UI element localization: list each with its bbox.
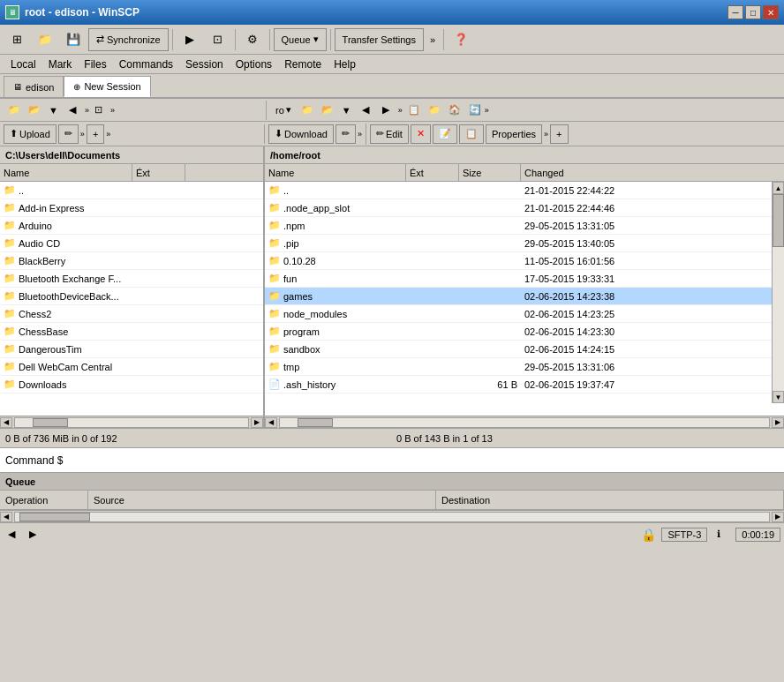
synchronize-button[interactable]: ⇄ Synchronize <box>88 28 169 51</box>
upload-button[interactable]: ⬆ Upload <box>4 124 57 144</box>
upload-more-button[interactable]: ✏ <box>58 124 79 144</box>
right-file-list[interactable]: ▲ ▼ 📁 .. 21-01-2015 22:44:22 📁 .node_app… <box>265 182 784 416</box>
right-col-size[interactable]: Size <box>459 164 521 181</box>
left-file-row[interactable]: 📁 Downloads <box>0 376 263 393</box>
right-scroll-v[interactable]: ▲ ▼ <box>772 182 784 403</box>
queue-col-source[interactable]: Source <box>88 491 436 509</box>
bottom-scroll-right[interactable]: ▶ <box>772 512 784 522</box>
right-scroll-down[interactable]: ▼ <box>773 391 784 403</box>
queue-col-operation[interactable]: Operation <box>0 491 88 509</box>
left-scroll-thumb[interactable] <box>33 418 68 427</box>
left-nav-btn2[interactable]: ⊡ <box>90 101 109 120</box>
right-file-row[interactable]: 📁 program 02-06-2015 14:23:30 <box>265 323 784 341</box>
rename-button[interactable]: 📝 <box>433 124 457 144</box>
right-file-row[interactable]: 📄 .ash_history 61 B 02-06-2015 19:37:47 <box>265 376 784 393</box>
save-button[interactable]: 💾 <box>60 27 87 52</box>
left-col-name[interactable]: Name <box>0 164 132 181</box>
right-path-btn[interactable]: ro ▾ <box>271 101 296 120</box>
menu-session[interactable]: Session <box>180 57 229 71</box>
right-filter-btn[interactable]: ▼ <box>337 101 357 120</box>
left-file-row[interactable]: 📁 Dell WebCam Central <box>0 358 263 376</box>
left-folder-icon[interactable]: 📁 <box>4 101 23 120</box>
minimize-button[interactable]: ─ <box>727 5 743 19</box>
left-file-row[interactable]: 📁 Add-in Express <box>0 199 263 217</box>
queue-button[interactable]: Queue ▾ <box>274 28 327 51</box>
left-scroll-h[interactable]: ◀ ▶ <box>0 416 263 428</box>
right-reload-btn[interactable]: 🔄 <box>464 101 484 120</box>
left-file-row[interactable]: 📁 BlackBerry <box>0 252 263 270</box>
bottom-btn2[interactable]: ▶ <box>25 526 42 543</box>
transfer-settings-button[interactable]: Transfer Settings <box>335 28 424 51</box>
right-back-btn[interactable]: ◀ <box>358 101 377 120</box>
right-scroll-up[interactable]: ▲ <box>773 182 784 194</box>
cmd-button[interactable]: ⊡ <box>205 27 231 52</box>
right-file-row[interactable]: 📁 node_modules 02-06-2015 14:23:25 <box>265 305 784 323</box>
right-file-row[interactable]: 📁 sandbox 02-06-2015 14:24:15 <box>265 341 784 358</box>
new-tab-button[interactable]: ⊞ <box>4 27 30 52</box>
left-scroll-left[interactable]: ◀ <box>0 417 12 428</box>
menu-options[interactable]: Options <box>230 57 277 71</box>
right-file-row[interactable]: 📁 .pip 29-05-2015 13:40:05 <box>265 235 784 252</box>
left-scroll-right[interactable]: ▶ <box>251 417 263 428</box>
right-forward-btn[interactable]: ▶ <box>378 101 397 120</box>
tab-new-session[interactable]: ⊕ New Session <box>64 76 150 97</box>
menu-commands[interactable]: Commands <box>114 57 178 71</box>
right-file-row[interactable]: 📁 0.10.28 11-05-2015 16:01:56 <box>265 252 784 270</box>
right-col-changed[interactable]: Changed <box>521 164 784 181</box>
open-button[interactable]: 📁 <box>32 27 58 52</box>
maximize-button[interactable]: □ <box>745 5 761 19</box>
left-file-row[interactable]: 📁 Chess2 <box>0 305 263 323</box>
left-nav-btn1[interactable]: 📂 <box>24 101 43 120</box>
right-scroll-middle[interactable] <box>773 194 784 391</box>
left-file-row[interactable]: 📁 Bluetooth Exchange F... <box>0 270 263 288</box>
left-scroll-track[interactable] <box>14 417 249 428</box>
right-scroll-right[interactable]: ▶ <box>772 417 784 428</box>
right-folder-icon[interactable]: 📁 <box>297 101 316 120</box>
right-file-row[interactable]: 📁 games 02-06-2015 14:23:38 <box>265 288 784 305</box>
right-scroll-track[interactable] <box>279 417 770 428</box>
right-nav-btn2[interactable]: 📋 <box>403 101 423 120</box>
delete-button[interactable]: ✕ <box>411 124 431 144</box>
right-file-row[interactable]: 📁 .. 21-01-2015 22:44:22 <box>265 182 784 199</box>
right-scroll-left[interactable]: ◀ <box>265 417 277 428</box>
right-nav-btn1[interactable]: 📂 <box>317 101 336 120</box>
left-file-row[interactable]: 📁 Audio CD <box>0 235 263 252</box>
properties-button[interactable]: Properties <box>486 124 542 144</box>
menu-help[interactable]: Help <box>328 57 361 71</box>
bottom-scroll-thumb[interactable] <box>19 513 90 521</box>
right-col-name[interactable]: Name <box>265 164 406 181</box>
menu-mark[interactable]: Mark <box>43 57 78 71</box>
tab-edison[interactable]: 🖥 edison <box>4 76 64 97</box>
left-back-btn[interactable]: ◀ <box>64 101 84 120</box>
command-input[interactable] <box>66 454 779 467</box>
bottom-scroll-track[interactable] <box>14 512 770 522</box>
command-bar[interactable]: Command $ <box>0 448 784 473</box>
copy-button[interactable]: 📋 <box>459 124 484 144</box>
left-file-list[interactable]: 📁 .. 📁 Add-in Express 📁 Arduino 📁 Audio … <box>0 182 263 416</box>
add-right-button[interactable]: + <box>550 124 568 144</box>
terminal-button[interactable]: ▶ <box>177 27 203 52</box>
right-file-row[interactable]: 📁 .npm 29-05-2015 13:31:05 <box>265 217 784 235</box>
edit-button[interactable]: ✏ Edit <box>370 124 409 144</box>
right-file-row[interactable]: 📁 tmp 29-05-2015 13:31:06 <box>265 358 784 376</box>
right-scroll-thumb[interactable] <box>298 418 333 427</box>
download-extra-button[interactable]: ✏ <box>335 124 356 144</box>
right-home-btn[interactable]: 🏠 <box>444 101 464 120</box>
right-file-row[interactable]: 📁 fun 17-05-2015 19:33:31 <box>265 270 784 288</box>
left-filter-btn[interactable]: ▼ <box>44 101 64 120</box>
left-file-row[interactable]: 📁 ChessBase <box>0 323 263 341</box>
left-file-row[interactable]: 📁 BluetoothDeviceBack... <box>0 288 263 305</box>
left-file-row[interactable]: 📁 DangerousTim <box>0 341 263 358</box>
download-button[interactable]: ⬇ Download <box>268 124 334 144</box>
right-col-ext[interactable]: Éxt <box>406 164 459 181</box>
left-file-row[interactable]: 📁 .. <box>0 182 263 199</box>
right-file-row[interactable]: 📁 .node_app_slot 21-01-2015 22:44:46 <box>265 199 784 217</box>
bottom-info-btn[interactable]: ℹ <box>712 526 730 543</box>
close-button[interactable]: ✕ <box>763 5 779 19</box>
more-toolbar-button[interactable]: » <box>426 27 440 52</box>
bottom-scroll-h[interactable]: ◀ ▶ <box>0 510 784 522</box>
right-scroll-h[interactable]: ◀ ▶ <box>265 416 784 428</box>
bottom-scroll-left[interactable]: ◀ <box>0 512 12 522</box>
bottom-btn1[interactable]: ◀ <box>4 526 21 543</box>
upload-add-button[interactable]: + <box>87 124 104 144</box>
